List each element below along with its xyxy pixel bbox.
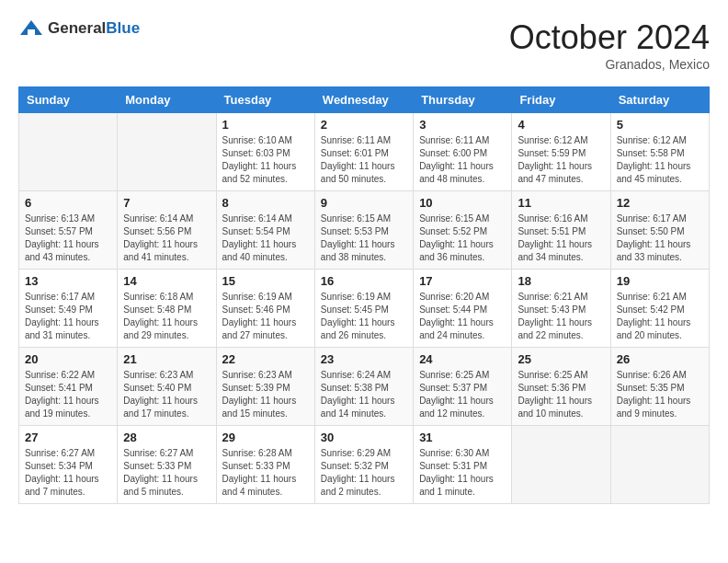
calendar-day-cell: 13Sunrise: 6:17 AMSunset: 5:49 PMDayligh… (19, 270, 118, 348)
calendar-day-cell: 17Sunrise: 6:20 AMSunset: 5:44 PMDayligh… (414, 270, 512, 348)
calendar-day-cell: 4Sunrise: 6:12 AMSunset: 5:59 PMDaylight… (512, 113, 610, 191)
calendar-week-row: 27Sunrise: 6:27 AMSunset: 5:34 PMDayligh… (19, 426, 710, 504)
calendar-day-cell: 3Sunrise: 6:11 AMSunset: 6:00 PMDaylight… (414, 113, 512, 191)
day-number: 23 (321, 352, 407, 366)
day-number: 24 (419, 352, 506, 366)
calendar-day-cell: 7Sunrise: 6:14 AMSunset: 5:56 PMDaylight… (118, 191, 216, 270)
calendar-day-cell (512, 426, 610, 504)
calendar-day-cell: 26Sunrise: 6:26 AMSunset: 5:35 PMDayligh… (610, 348, 709, 426)
day-number: 13 (25, 274, 111, 288)
day-number: 22 (222, 352, 309, 366)
calendar-day-cell: 2Sunrise: 6:11 AMSunset: 6:01 PMDaylight… (314, 113, 413, 191)
day-number: 26 (617, 352, 703, 366)
calendar-day-cell: 18Sunrise: 6:21 AMSunset: 5:43 PMDayligh… (512, 270, 610, 348)
calendar-header-row: SundayMondayTuesdayWednesdayThursdayFrid… (19, 87, 710, 113)
day-number: 18 (518, 274, 604, 288)
weekday-header: Thursday (414, 87, 512, 113)
day-number: 15 (222, 274, 309, 288)
calendar-day-cell: 31Sunrise: 6:30 AMSunset: 5:31 PMDayligh… (414, 426, 512, 504)
day-info: Sunrise: 6:26 AMSunset: 5:35 PMDaylight:… (617, 369, 703, 420)
day-number: 19 (617, 274, 703, 288)
day-number: 7 (123, 196, 210, 210)
calendar-day-cell: 12Sunrise: 6:17 AMSunset: 5:50 PMDayligh… (610, 191, 709, 270)
day-info: Sunrise: 6:19 AMSunset: 5:45 PMDaylight:… (321, 291, 407, 342)
calendar-week-row: 20Sunrise: 6:22 AMSunset: 5:41 PMDayligh… (19, 348, 710, 426)
day-info: Sunrise: 6:15 AMSunset: 5:53 PMDaylight:… (321, 213, 407, 264)
day-info: Sunrise: 6:17 AMSunset: 5:50 PMDaylight:… (617, 213, 703, 264)
day-info: Sunrise: 6:12 AMSunset: 5:59 PMDaylight:… (518, 134, 604, 186)
day-info: Sunrise: 6:24 AMSunset: 5:38 PMDaylight:… (321, 369, 407, 420)
calendar-day-cell: 6Sunrise: 6:13 AMSunset: 5:57 PMDaylight… (19, 191, 118, 270)
day-number: 27 (25, 431, 111, 444)
logo-blue: Blue (106, 19, 140, 37)
weekday-header: Sunday (19, 87, 118, 113)
calendar-day-cell: 27Sunrise: 6:27 AMSunset: 5:34 PMDayligh… (19, 426, 118, 504)
day-number: 1 (222, 118, 309, 132)
calendar-day-cell: 22Sunrise: 6:23 AMSunset: 5:39 PMDayligh… (216, 348, 314, 426)
svg-rect-1 (28, 29, 35, 35)
calendar-week-row: 1Sunrise: 6:10 AMSunset: 6:03 PMDaylight… (19, 113, 710, 191)
day-number: 5 (617, 118, 703, 132)
day-info: Sunrise: 6:21 AMSunset: 5:43 PMDaylight:… (518, 291, 604, 342)
calendar-day-cell (118, 113, 216, 191)
day-number: 11 (518, 196, 604, 210)
day-info: Sunrise: 6:28 AMSunset: 5:33 PMDaylight:… (222, 447, 309, 499)
day-info: Sunrise: 6:25 AMSunset: 5:37 PMDaylight:… (419, 369, 506, 420)
day-info: Sunrise: 6:11 AMSunset: 6:00 PMDaylight:… (419, 134, 506, 186)
day-number: 3 (419, 118, 506, 132)
calendar-day-cell: 1Sunrise: 6:10 AMSunset: 6:03 PMDaylight… (216, 113, 314, 191)
calendar-week-row: 6Sunrise: 6:13 AMSunset: 5:57 PMDaylight… (19, 191, 710, 270)
day-info: Sunrise: 6:18 AMSunset: 5:48 PMDaylight:… (123, 291, 210, 342)
calendar-day-cell: 28Sunrise: 6:27 AMSunset: 5:33 PMDayligh… (118, 426, 216, 504)
day-info: Sunrise: 6:23 AMSunset: 5:40 PMDaylight:… (123, 369, 210, 420)
day-number: 17 (419, 274, 506, 288)
calendar-day-cell: 23Sunrise: 6:24 AMSunset: 5:38 PMDayligh… (314, 348, 413, 426)
day-number: 9 (321, 196, 407, 210)
calendar-day-cell: 11Sunrise: 6:16 AMSunset: 5:51 PMDayligh… (512, 191, 610, 270)
logo: GeneralBlue (18, 18, 140, 39)
day-info: Sunrise: 6:30 AMSunset: 5:31 PMDaylight:… (419, 447, 506, 499)
page-header: GeneralBlue October 2024 Granados, Mexic… (18, 18, 710, 72)
calendar-day-cell: 24Sunrise: 6:25 AMSunset: 5:37 PMDayligh… (414, 348, 512, 426)
day-number: 10 (419, 196, 506, 210)
day-number: 21 (123, 352, 210, 366)
calendar-day-cell: 20Sunrise: 6:22 AMSunset: 5:41 PMDayligh… (19, 348, 118, 426)
day-number: 25 (518, 352, 604, 366)
location: Granados, Mexico (509, 57, 710, 72)
day-number: 8 (222, 196, 309, 210)
calendar-day-cell (610, 426, 709, 504)
day-number: 2 (321, 118, 407, 132)
calendar-day-cell: 16Sunrise: 6:19 AMSunset: 5:45 PMDayligh… (314, 270, 413, 348)
day-number: 14 (123, 274, 210, 288)
day-info: Sunrise: 6:11 AMSunset: 6:01 PMDaylight:… (321, 134, 407, 186)
calendar-day-cell: 15Sunrise: 6:19 AMSunset: 5:46 PMDayligh… (216, 270, 314, 348)
calendar-day-cell: 9Sunrise: 6:15 AMSunset: 5:53 PMDaylight… (314, 191, 413, 270)
calendar-day-cell: 19Sunrise: 6:21 AMSunset: 5:42 PMDayligh… (610, 270, 709, 348)
weekday-header: Wednesday (314, 87, 413, 113)
day-number: 20 (25, 352, 111, 366)
day-info: Sunrise: 6:10 AMSunset: 6:03 PMDaylight:… (222, 134, 309, 186)
logo-icon (18, 18, 44, 39)
calendar-day-cell: 21Sunrise: 6:23 AMSunset: 5:40 PMDayligh… (118, 348, 216, 426)
calendar-day-cell: 5Sunrise: 6:12 AMSunset: 5:58 PMDaylight… (610, 113, 709, 191)
day-info: Sunrise: 6:15 AMSunset: 5:52 PMDaylight:… (419, 213, 506, 264)
day-info: Sunrise: 6:21 AMSunset: 5:42 PMDaylight:… (617, 291, 703, 342)
day-info: Sunrise: 6:13 AMSunset: 5:57 PMDaylight:… (25, 213, 111, 264)
day-info: Sunrise: 6:19 AMSunset: 5:46 PMDaylight:… (222, 291, 309, 342)
day-info: Sunrise: 6:17 AMSunset: 5:49 PMDaylight:… (25, 291, 111, 342)
day-info: Sunrise: 6:14 AMSunset: 5:56 PMDaylight:… (123, 213, 210, 264)
day-number: 4 (518, 118, 604, 132)
calendar-day-cell: 8Sunrise: 6:14 AMSunset: 5:54 PMDaylight… (216, 191, 314, 270)
weekday-header: Saturday (610, 87, 709, 113)
day-number: 6 (25, 196, 111, 210)
day-info: Sunrise: 6:27 AMSunset: 5:34 PMDaylight:… (25, 447, 111, 499)
day-number: 29 (222, 431, 309, 444)
day-info: Sunrise: 6:22 AMSunset: 5:41 PMDaylight:… (25, 369, 111, 420)
day-number: 16 (321, 274, 407, 288)
calendar-day-cell: 30Sunrise: 6:29 AMSunset: 5:32 PMDayligh… (314, 426, 413, 504)
calendar-day-cell: 29Sunrise: 6:28 AMSunset: 5:33 PMDayligh… (216, 426, 314, 504)
day-info: Sunrise: 6:27 AMSunset: 5:33 PMDaylight:… (123, 447, 210, 499)
day-info: Sunrise: 6:12 AMSunset: 5:58 PMDaylight:… (617, 134, 703, 186)
day-info: Sunrise: 6:29 AMSunset: 5:32 PMDaylight:… (321, 447, 407, 499)
weekday-header: Tuesday (216, 87, 314, 113)
